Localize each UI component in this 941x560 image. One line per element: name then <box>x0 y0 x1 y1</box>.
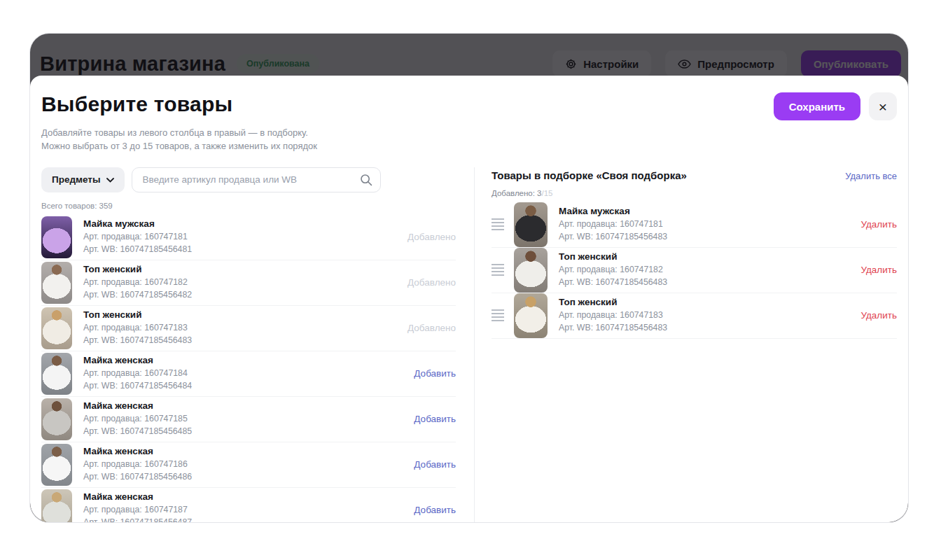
product-wb-article: Арт. WB: 160747185456486 <box>83 471 405 483</box>
modal-description-line1: Добавляйте товары из левого столбца в пр… <box>41 127 897 140</box>
selection-header: Товары в подборке «Своя подборка» Удалит… <box>492 167 897 181</box>
add-product-link[interactable]: Добавить <box>405 505 456 515</box>
product-info: Топ женский Арт. продавца: 160747182 Арт… <box>83 264 399 300</box>
remove-product-link[interactable]: Удалить <box>852 219 897 230</box>
selection-product-list: Майка мужская Арт. продавца: 160747181 А… <box>492 202 897 339</box>
product-thumbnail <box>41 398 72 440</box>
product-name: Майка женская <box>83 400 405 411</box>
modal-title: Выберите товары <box>41 92 774 116</box>
catalog-product-row: Майка женская Арт. продавца: 160747187 А… <box>41 488 456 523</box>
product-wb-article: Арт. WB: 160747185456485 <box>83 426 405 438</box>
close-button[interactable]: × <box>869 92 897 120</box>
product-name: Топ женский <box>559 251 852 262</box>
product-info: Майка женская Арт. продавца: 160747187 А… <box>83 491 405 523</box>
add-product-link[interactable]: Добавить <box>405 368 456 379</box>
product-thumbnail <box>41 307 72 349</box>
added-counter: Добавлено: 3/15 <box>492 189 897 197</box>
modal-description: Добавляйте товары из левого столбца в пр… <box>41 127 897 153</box>
app-window: Витрина магазина Опубликована Настройки … <box>29 33 909 523</box>
catalog-column: Предметы Всего товаров: 359 Ма <box>41 167 474 522</box>
product-wb-article: Арт. WB: 160747185456483 <box>559 276 852 288</box>
product-wb-article: Арт. WB: 160747185456481 <box>83 244 399 255</box>
add-product-link[interactable]: Добавить <box>405 459 456 470</box>
save-button[interactable]: Сохранить <box>774 92 860 120</box>
drag-handle-icon[interactable] <box>492 218 504 230</box>
product-thumbnail <box>41 216 72 258</box>
select-products-modal: Выберите товары Сохранить × Добавляйте т… <box>30 76 908 522</box>
product-thumbnail <box>41 262 72 304</box>
selection-product-row: Топ женский Арт. продавца: 160747182 Арт… <box>492 248 897 293</box>
product-info: Майка мужская Арт. продавца: 160747181 А… <box>559 206 852 242</box>
product-seller-article: Арт. продавца: 160747181 <box>83 231 399 243</box>
product-thumbnail <box>41 489 72 523</box>
remove-product-link[interactable]: Удалить <box>852 310 897 321</box>
product-wb-article: Арт. WB: 160747185456487 <box>83 517 405 523</box>
selection-column: Товары в подборке «Своя подборка» Удалит… <box>475 167 897 522</box>
remove-all-link[interactable]: Удалить все <box>845 171 897 181</box>
chevron-down-icon <box>106 174 114 185</box>
product-info: Майка мужская Арт. продавца: 160747181 А… <box>83 218 399 255</box>
modal-header: Выберите товары Сохранить × <box>41 92 897 120</box>
product-wb-article: Арт. WB: 160747185456483 <box>559 322 852 334</box>
added-count: Добавлено: 3 <box>492 189 542 197</box>
product-name: Майка женская <box>83 446 405 456</box>
search-input[interactable] <box>132 167 381 192</box>
product-info: Майка женская Арт. продавца: 160747185 А… <box>83 400 405 437</box>
product-wb-article: Арт. WB: 160747185456482 <box>83 289 399 301</box>
product-seller-article: Арт. продавца: 160747181 <box>559 218 852 230</box>
product-info: Топ женский Арт. продавца: 160747182 Арт… <box>559 251 852 288</box>
catalog-product-row: Майка женская Арт. продавца: 160747186 А… <box>41 442 456 488</box>
product-added-status: Добавлено <box>399 232 456 242</box>
subjects-filter-label: Предметы <box>52 174 100 185</box>
product-thumbnail <box>41 353 72 395</box>
product-info: Майка женская Арт. продавца: 160747184 А… <box>83 355 405 391</box>
product-name: Майка мужская <box>83 218 399 229</box>
drag-handle-icon[interactable] <box>492 309 504 321</box>
close-icon: × <box>879 99 887 115</box>
catalog-product-row: Майка женская Арт. продавца: 160747185 А… <box>41 397 456 442</box>
product-name: Топ женский <box>83 309 399 320</box>
product-seller-article: Арт. продавца: 160747186 <box>83 458 405 470</box>
product-name: Топ женский <box>83 264 399 274</box>
catalog-product-row: Топ женский Арт. продавца: 160747183 Арт… <box>41 306 456 351</box>
added-total: /15 <box>542 189 553 197</box>
search-icon[interactable] <box>360 174 372 189</box>
product-added-status: Добавлено <box>399 277 456 288</box>
product-wb-article: Арт. WB: 160747185456483 <box>559 231 852 243</box>
product-wb-article: Арт. WB: 160747185456483 <box>83 335 399 346</box>
product-thumbnail <box>514 202 548 247</box>
product-seller-article: Арт. продавца: 160747185 <box>83 413 405 425</box>
product-name: Майка женская <box>83 355 405 365</box>
catalog-product-list: Майка мужская Арт. продавца: 160747181 А… <box>41 215 456 523</box>
product-seller-article: Арт. продавца: 160747183 <box>83 322 399 334</box>
product-thumbnail <box>514 293 548 338</box>
product-seller-article: Арт. продавца: 160747187 <box>83 504 405 516</box>
total-products-label: Всего товаров: 359 <box>41 202 456 210</box>
product-info: Топ женский Арт. продавца: 160747183 Арт… <box>559 297 852 333</box>
product-seller-article: Арт. продавца: 160747184 <box>83 368 405 379</box>
product-wb-article: Арт. WB: 160747185456484 <box>83 380 405 392</box>
product-thumbnail <box>514 248 548 293</box>
product-info: Майка женская Арт. продавца: 160747186 А… <box>83 446 405 482</box>
product-seller-article: Арт. продавца: 160747182 <box>83 276 399 288</box>
selection-product-row: Майка мужская Арт. продавца: 160747181 А… <box>492 202 897 248</box>
product-seller-article: Арт. продавца: 160747183 <box>559 309 852 321</box>
remove-product-link[interactable]: Удалить <box>852 265 897 275</box>
catalog-product-row: Майка мужская Арт. продавца: 160747181 А… <box>41 215 456 260</box>
modal-columns: Предметы Всего товаров: 359 Ма <box>41 167 897 522</box>
add-product-link[interactable]: Добавить <box>405 414 456 424</box>
product-name: Майка мужская <box>559 206 852 216</box>
drag-handle-icon[interactable] <box>492 264 504 276</box>
catalog-product-row: Майка женская Арт. продавца: 160747184 А… <box>41 351 456 397</box>
selection-title: Товары в подборке «Своя подборка» <box>492 169 687 181</box>
product-info: Топ женский Арт. продавца: 160747183 Арт… <box>83 309 399 346</box>
selection-product-row: Топ женский Арт. продавца: 160747183 Арт… <box>492 293 897 339</box>
search-field-wrap <box>132 167 381 192</box>
subjects-filter-dropdown[interactable]: Предметы <box>41 167 125 192</box>
catalog-controls: Предметы <box>41 167 456 192</box>
product-name: Майка женская <box>83 491 405 502</box>
product-seller-article: Арт. продавца: 160747182 <box>559 264 852 276</box>
product-thumbnail <box>41 444 72 486</box>
product-added-status: Добавлено <box>399 323 456 333</box>
product-name: Топ женский <box>559 297 852 307</box>
